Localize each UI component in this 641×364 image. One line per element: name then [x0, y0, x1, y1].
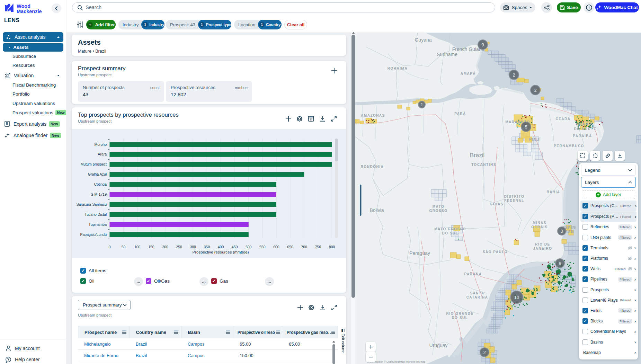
svg-text:MATO GROSSO: MATO GROSSO	[434, 227, 466, 231]
svg-text:9: 9	[481, 42, 484, 47]
svg-text:550: 550	[259, 245, 266, 249]
svg-text:9: 9	[559, 261, 561, 266]
svg-text:600: 600	[273, 245, 279, 249]
svg-text:3: 3	[560, 229, 563, 234]
svg-text:GOIÁS: GOIÁS	[490, 202, 504, 206]
svg-text:Cotinga: Cotinga	[94, 182, 107, 186]
svg-text:Mackenzie: Mackenzie	[17, 9, 42, 14]
svg-text:SÃO PAULO: SÃO PAULO	[483, 250, 508, 254]
svg-text:2: 2	[483, 350, 486, 355]
svg-text:5: 5	[525, 124, 527, 130]
svg-text:© mapbox © OpenStreetMap Impro: © mapbox © OpenStreetMap Improve this ma…	[371, 360, 426, 363]
svg-text:Wood: Wood	[17, 3, 30, 9]
svg-text:DO SUL: DO SUL	[442, 231, 459, 235]
svg-text:200: 200	[162, 245, 168, 249]
svg-text:250: 250	[176, 245, 182, 249]
svg-text:GERAIS: GERAIS	[531, 225, 547, 229]
svg-text:Tupinamba: Tupinamba	[89, 222, 107, 227]
svg-text:2: 2	[534, 88, 536, 93]
svg-text:RIO DE: RIO DE	[535, 242, 550, 246]
svg-text:300: 300	[190, 245, 196, 249]
svg-text:AMAZONAS: AMAZONAS	[361, 114, 385, 117]
svg-text:MATO: MATO	[433, 205, 445, 208]
svg-text:400: 400	[218, 245, 224, 249]
svg-text:Uruguay: Uruguay	[429, 343, 448, 348]
svg-text:500: 500	[246, 245, 252, 249]
svg-text:50: 50	[122, 245, 126, 249]
svg-text:RONDÔNIA: RONDÔNIA	[361, 165, 384, 169]
svg-text:Brazil: Brazil	[470, 152, 485, 159]
svg-text:DO SUL: DO SUL	[452, 316, 468, 320]
svg-text:PIAUÍ: PIAUÍ	[529, 137, 541, 141]
svg-text:PARÁ: PARÁ	[454, 112, 466, 116]
svg-text:0: 0	[109, 245, 111, 249]
svg-text:150: 150	[148, 245, 154, 249]
svg-text:450: 450	[232, 245, 238, 249]
svg-text:Suriname: Suriname	[437, 52, 457, 57]
svg-text:Arara: Arara	[98, 152, 107, 156]
svg-text:BAHIA: BAHIA	[546, 190, 560, 194]
svg-text:Morpho: Morpho	[94, 142, 107, 147]
svg-text:700: 700	[301, 245, 307, 249]
svg-text:Paraguay: Paraguay	[409, 250, 430, 256]
svg-text:2: 2	[513, 72, 515, 78]
svg-text:PERNAMBUCO: PERNAMBUCO	[554, 144, 584, 148]
svg-text:Prospective resources (mmboe): Prospective resources (mmboe)	[193, 250, 249, 254]
svg-text:350: 350	[204, 245, 210, 249]
svg-text:GRANDE: GRANDE	[576, 122, 594, 126]
svg-text:Gralha Azul: Gralha Azul	[88, 172, 107, 176]
svg-text:PARAÍBA: PARAÍBA	[573, 134, 592, 138]
svg-text:PARANÁ: PARANÁ	[464, 272, 482, 276]
svg-text:100: 100	[134, 245, 141, 249]
svg-text:CEARÁ: CEARÁ	[555, 117, 570, 121]
svg-text:TOCANTINS: TOCANTINS	[471, 163, 496, 167]
svg-text:Tucano Distal: Tucano Distal	[84, 212, 107, 216]
svg-text:Mutum prospect: Mutum prospect	[81, 162, 107, 166]
svg-text:Guyana: Guyana	[415, 37, 431, 43]
svg-text:DO NORTE: DO NORTE	[574, 127, 597, 131]
svg-text:SANTA: SANTA	[470, 291, 484, 295]
svg-text:650: 650	[287, 245, 293, 249]
svg-text:CATARINA: CATARINA	[466, 295, 488, 299]
svg-text:MINAS: MINAS	[533, 221, 546, 225]
svg-text:RORAIMA: RORAIMA	[388, 66, 408, 70]
svg-text:S-M-1719: S-M-1719	[91, 192, 107, 196]
svg-text:DISTRITO: DISTRITO	[504, 195, 524, 198]
svg-text:Papagaio/Lundu: Papagaio/Lundu	[80, 232, 107, 237]
svg-text:Bolivia: Bolivia	[370, 207, 384, 213]
svg-text:SAN: SAN	[565, 230, 574, 234]
svg-text:AMAPÁ: AMAPÁ	[461, 71, 476, 76]
svg-text:RIO GRANDE: RIO GRANDE	[446, 312, 474, 316]
svg-text:750: 750	[315, 245, 321, 249]
svg-text:JANEIRO: JANEIRO	[533, 247, 552, 250]
svg-text:GROSSO: GROSSO	[429, 209, 448, 213]
svg-text:800: 800	[329, 245, 335, 249]
svg-text:10: 10	[514, 295, 519, 300]
svg-text:Saracura-Sanhacu: Saracura-Sanhacu	[76, 202, 107, 206]
svg-text:1: 1	[420, 102, 423, 107]
svg-text:FEDERAL: FEDERAL	[504, 199, 524, 203]
